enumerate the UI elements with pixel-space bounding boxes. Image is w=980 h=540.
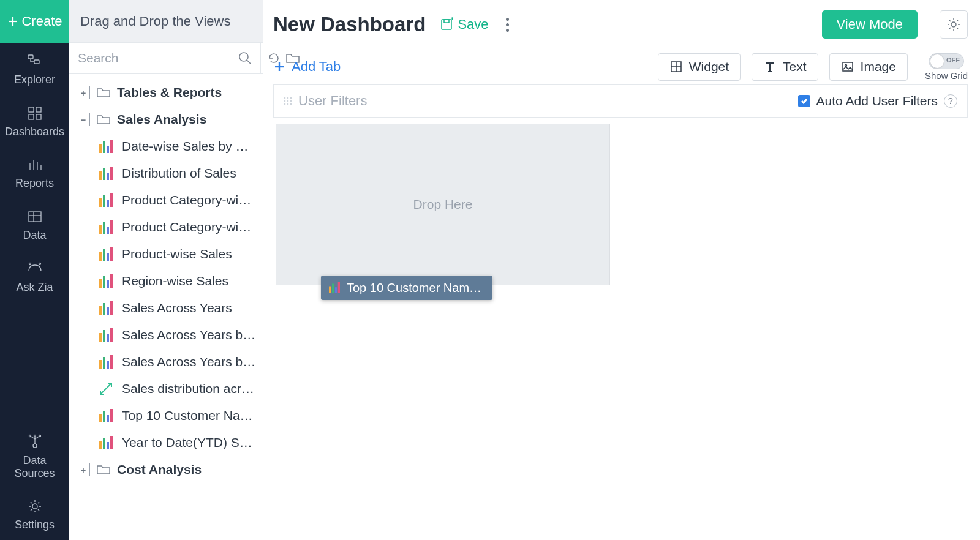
scatter-icon [99,382,113,396]
tree-view-item[interactable]: Distribution of Sales [69,160,263,187]
chart-icon [99,193,113,207]
search-input[interactable] [78,51,238,66]
tree-view-item[interactable]: Sales Across Years by … [69,321,263,348]
tree-view-item[interactable]: Product Category-wis… [69,214,263,241]
svg-rect-10 [29,114,34,119]
search-icon[interactable] [238,51,252,65]
view-mode-button[interactable]: View Mode [822,10,918,39]
tree-view-item[interactable]: Region-wise Sales [69,268,263,294]
chart-icon [99,436,113,449]
view-label: Distribution of Sales [122,166,236,181]
add-tab-button[interactable]: Add Tab [273,59,341,75]
tree-folder[interactable]: −Sales Analysis [69,106,263,133]
chart-icon [99,409,113,422]
image-label: Image [861,59,896,74]
svg-rect-7 [34,60,39,64]
svg-point-49 [287,100,289,102]
nav-label: Data [23,229,46,242]
add-text-button[interactable]: Text [752,53,818,81]
svg-point-30 [239,53,248,61]
nav-data[interactable]: Data [0,198,69,250]
view-label: Date-wise Sales by Re… [122,139,257,154]
check-icon [800,97,809,105]
drop-zone[interactable]: Drop Here Top 10 Customer Name b… [276,124,610,285]
tree-view-item[interactable]: Sales Across Years by … [69,348,263,375]
widget-icon [669,60,683,73]
tree-view-item[interactable]: Sales Across Years [69,294,263,321]
svg-rect-33 [444,20,449,23]
dragging-view-chip[interactable]: Top 10 Customer Name b… [321,276,492,300]
dashboard-settings-button[interactable] [940,10,968,39]
view-label: Sales Across Years by … [122,354,257,369]
tree-view-item[interactable]: Date-wise Sales by Re… [69,133,263,160]
folder-label: Tables & Reports [117,85,222,100]
chart-icon [99,220,113,234]
drag-handle-icon[interactable] [284,97,292,105]
nav-label: Dashboards [5,126,64,138]
svg-point-20 [39,263,40,264]
expand-icon[interactable]: + [77,86,90,99]
svg-point-34 [951,22,956,27]
save-link[interactable]: Save [439,17,488,32]
svg-rect-11 [36,114,41,119]
help-icon[interactable]: ? [944,94,957,108]
main-area: New Dashboard Save View Mode Add Tab Wid… [263,0,980,540]
svg-rect-43 [843,62,853,71]
svg-point-48 [284,100,286,102]
add-widget-button[interactable]: Widget [658,53,741,81]
nav-dashboards[interactable]: Dashboards [0,95,69,147]
dashboard-toolbar: Add Tab Widget Text Image OFF Show Grid [273,49,968,84]
nav-explorer[interactable]: Explorer [0,43,69,95]
widget-label: Widget [689,59,729,74]
page-title: New Dashboard [273,13,426,36]
tree-view-item[interactable]: Top 10 Customer Nam… [69,402,263,429]
show-grid-toggle[interactable]: OFF [929,53,964,69]
chart-icon [99,247,113,261]
tree-view-item[interactable]: Sales distribution acro… [69,375,263,402]
expand-icon[interactable]: + [77,463,90,476]
nav-reports[interactable]: Reports [0,146,69,198]
explorer-icon [26,53,43,70]
chart-icon [99,355,113,369]
view-label: Region-wise Sales [122,274,228,288]
tree-view-item[interactable]: Product-wise Sales [69,241,263,268]
tree-view-item[interactable]: Product Category-wis… [69,187,263,214]
settings-icon [26,498,43,515]
add-image-button[interactable]: Image [829,53,908,81]
save-label: Save [458,17,488,32]
gear-icon [946,17,962,32]
nav-data-sources[interactable]: Data Sources [0,424,69,488]
toggle-off-label: OFF [946,56,960,64]
dashboard-icon [26,105,43,122]
user-filters-bar: User Filters Auto Add User Filters ? [273,84,968,118]
svg-rect-8 [29,107,34,112]
nav-ask-zia[interactable]: Ask Zia [0,250,69,302]
sources-icon [26,433,43,451]
svg-point-53 [290,103,292,105]
view-label: Product Category-wis… [122,220,257,234]
dashboard-canvas[interactable]: Drop Here Top 10 Customer Name b… [273,118,968,540]
views-header: Drag and Drop the Views [69,0,263,43]
reports-icon [26,156,43,173]
svg-point-52 [287,103,289,105]
save-icon [439,17,455,32]
dragging-chip-label: Top 10 Customer Name b… [347,281,485,295]
svg-rect-32 [442,20,451,29]
more-menu[interactable] [502,14,513,36]
show-grid-control: OFF Show Grid [925,53,968,81]
show-grid-label: Show Grid [925,70,968,81]
folder-label: Cost Analysis [117,462,202,477]
tree-folder[interactable]: +Tables & Reports [69,79,263,106]
view-label: Sales Across Years by … [122,328,257,342]
chart-icon [99,140,113,153]
collapse-icon[interactable]: − [77,113,90,126]
create-button[interactable]: Create [0,0,69,43]
tree-view-item[interactable]: Year to Date(YTD) Sal… [69,429,263,456]
chart-icon [99,328,113,342]
nav-label: Data Sources [2,454,67,479]
svg-point-45 [284,97,286,99]
auto-add-checkbox[interactable] [798,95,810,107]
nav-settings[interactable]: Settings [0,488,69,540]
chart-icon [328,282,341,293]
tree-folder[interactable]: +Cost Analysis [69,456,263,483]
